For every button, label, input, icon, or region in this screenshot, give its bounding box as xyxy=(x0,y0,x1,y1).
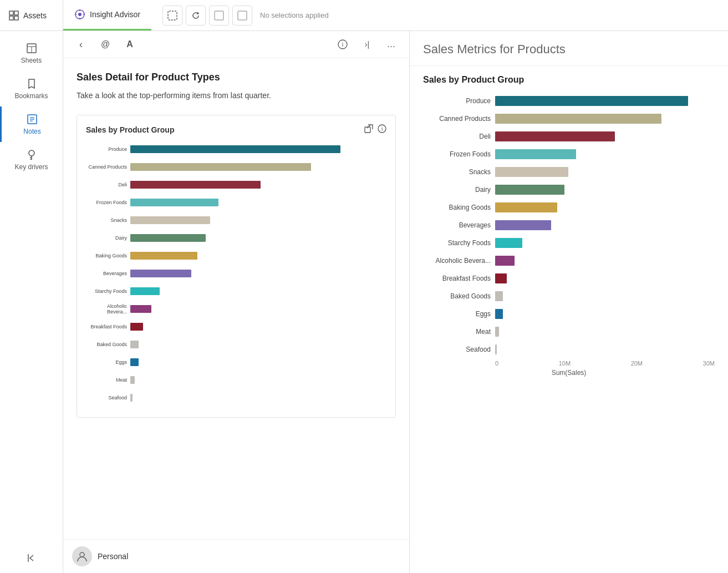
small-bar-label: Snacks xyxy=(86,217,130,223)
back-icon-btn[interactable] xyxy=(232,6,252,26)
chart-card: Sales by Product Group i ProduceCanned P… xyxy=(77,115,396,418)
small-bar-fill xyxy=(130,270,191,277)
middle-toolbar: ‹ @ A i ›| … xyxy=(63,31,409,58)
small-bar-fill xyxy=(130,252,197,260)
export-chart-btn[interactable] xyxy=(364,124,373,135)
at-btn[interactable]: @ xyxy=(96,36,114,53)
assets-tab[interactable]: Assets xyxy=(0,0,63,31)
notes-icon xyxy=(26,113,38,125)
large-bar-label: Deli xyxy=(423,133,495,140)
svg-line-28 xyxy=(367,125,370,128)
small-bar-label: Breakfast Foods xyxy=(86,324,130,329)
refresh-icon-btn[interactable] xyxy=(186,6,206,26)
info-btn[interactable]: i xyxy=(334,36,352,53)
middle-panel: ‹ @ A i ›| … Sales Detail for Product Ty… xyxy=(63,31,410,573)
large-bar-label: Baking Goods xyxy=(423,204,495,211)
sheets-label: Sheets xyxy=(21,57,42,64)
small-bar-row: Breakfast Foods xyxy=(86,320,386,334)
large-bar-fill xyxy=(495,185,564,195)
large-bar-track xyxy=(495,185,715,195)
small-bar-track xyxy=(130,323,386,331)
large-bar-track xyxy=(495,273,715,283)
svg-point-31 xyxy=(80,552,84,557)
small-bar-label: Baked Goods xyxy=(86,342,130,347)
large-bar-track xyxy=(495,309,715,319)
small-bar-fill xyxy=(130,341,139,348)
large-bar-label: Meat xyxy=(423,328,495,336)
small-bar-row: Seafood xyxy=(86,391,386,405)
small-bar-fill xyxy=(130,394,133,402)
collapse-btn[interactable] xyxy=(26,552,38,566)
small-bar-row: Baked Goods xyxy=(86,337,386,352)
svg-rect-0 xyxy=(9,11,13,15)
large-bar-track xyxy=(495,167,715,177)
large-bar-track xyxy=(495,149,715,159)
small-bar-row: Deli xyxy=(86,178,386,192)
sidebar-item-notes[interactable]: Notes xyxy=(0,107,63,142)
large-bar-row: Baking Goods xyxy=(423,200,715,215)
insight-icon xyxy=(74,9,85,20)
small-bar-track xyxy=(130,181,386,189)
large-bar-fill xyxy=(495,238,522,248)
small-bar-track xyxy=(130,216,386,224)
small-bar-track xyxy=(130,305,386,313)
large-bar-label: Dairy xyxy=(423,186,495,194)
small-bar-label: Dairy xyxy=(86,235,130,241)
more-btn[interactable]: … xyxy=(383,36,400,53)
main-area: Sheets Bookmarks Notes Key dr xyxy=(0,31,728,573)
back-btn[interactable]: ‹ xyxy=(72,36,90,53)
end-btn[interactable]: ›| xyxy=(358,36,376,53)
large-bar-label: Frozen Foods xyxy=(423,150,495,158)
font-btn[interactable]: A xyxy=(121,36,139,53)
small-bar-track xyxy=(130,234,386,242)
small-bar-track xyxy=(130,287,386,295)
large-bar-fill xyxy=(495,291,503,301)
insight-advisor-tab[interactable]: Insight Advisor xyxy=(63,0,151,31)
sidebar-item-sheets[interactable]: Sheets xyxy=(0,36,63,71)
large-bar-track xyxy=(495,96,715,106)
large-bar-row: Breakfast Foods xyxy=(423,271,715,286)
key-drivers-icon xyxy=(26,149,38,161)
small-bar-fill xyxy=(130,145,340,153)
right-chart-title: Sales by Product Group xyxy=(423,75,715,85)
small-bar-fill xyxy=(130,163,311,171)
svg-point-5 xyxy=(78,13,82,16)
right-chart-area: Sales by Product Group ProduceCanned Pro… xyxy=(410,66,728,573)
large-bar-track xyxy=(495,220,715,230)
large-bar-fill xyxy=(495,256,515,266)
large-bar-fill xyxy=(495,344,497,354)
small-bar-fill xyxy=(130,287,160,295)
bookmarks-label: Bookmarks xyxy=(14,92,48,100)
small-bar-fill xyxy=(130,181,261,189)
search-icon-btn[interactable] xyxy=(162,6,182,26)
small-bar-row: Frozen Foods xyxy=(86,195,386,210)
large-axis-row: 0 10M 20M 30M xyxy=(423,360,715,367)
large-bar-row: Beverages xyxy=(423,218,715,232)
info-chart-btn[interactable]: i xyxy=(378,124,386,135)
middle-content: Sales Detail for Product Types Take a lo… xyxy=(63,58,409,539)
sidebar-item-bookmarks[interactable]: Bookmarks xyxy=(0,71,63,107)
sidebar-item-key-drivers[interactable]: Key drivers xyxy=(0,142,63,178)
chart-card-header: Sales by Product Group i xyxy=(86,124,386,135)
large-bar-label: Seafood xyxy=(423,346,495,353)
personal-label: Personal xyxy=(98,552,128,561)
content-desc: Take a look at the top-performing items … xyxy=(77,90,396,102)
large-bar-track xyxy=(495,291,715,301)
axis-tick-30m: 30M xyxy=(703,360,715,367)
large-bar-row: Canned Products xyxy=(423,111,715,126)
right-panel-title: Sales Metrics for Products xyxy=(410,31,728,66)
small-bar-row: Alcoholic Bevera... xyxy=(86,302,386,316)
forward-icon-btn[interactable] xyxy=(209,6,229,26)
insight-advisor-label: Insight Advisor xyxy=(90,10,140,19)
large-bar-fill xyxy=(495,327,499,337)
axis-tick-0: 0 xyxy=(495,360,498,367)
svg-rect-2 xyxy=(9,16,13,20)
small-bar-row: Produce xyxy=(86,142,386,156)
small-bar-label: Alcoholic Bevera... xyxy=(86,303,130,315)
svg-rect-1 xyxy=(14,11,18,15)
small-bar-row: Meat xyxy=(86,373,386,387)
key-drivers-label: Key drivers xyxy=(14,163,48,171)
large-bar-row: Alcoholic Bevera... xyxy=(423,253,715,268)
svg-rect-11 xyxy=(215,11,223,20)
content-title: Sales Detail for Product Types xyxy=(77,72,396,83)
